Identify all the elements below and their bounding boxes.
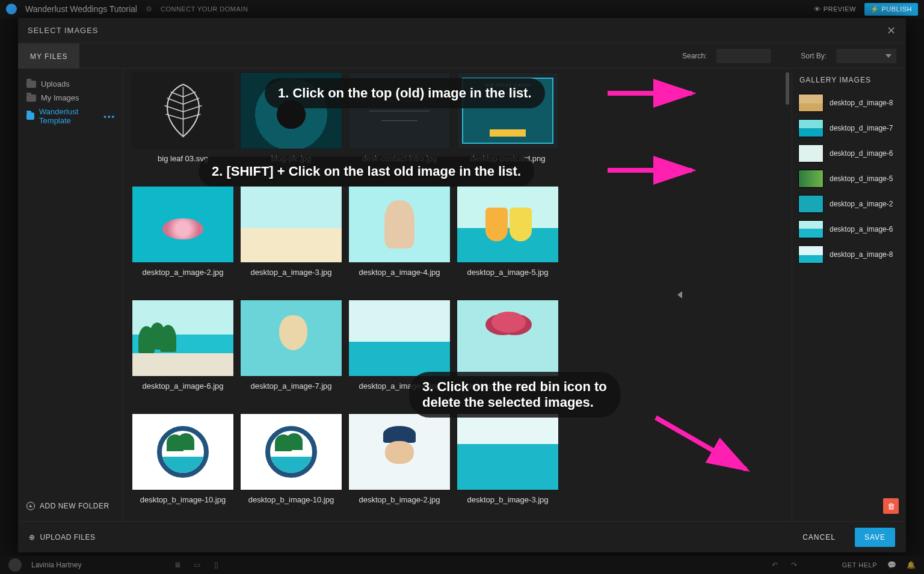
gallery-item[interactable]: desktop_d_image-5	[792, 166, 906, 191]
gallery-item-name: desktop_a_image-8	[830, 250, 893, 259]
image-tile[interactable]: big leaf 03.svg	[132, 72, 234, 163]
image-thumbnail	[348, 413, 451, 490]
gallery-item[interactable]: desktop_d_image-7	[792, 116, 906, 141]
save-button[interactable]: SAVE	[855, 528, 895, 547]
gallery-panel: GALLERY IMAGES desktop_d_image-8desktop_…	[792, 69, 906, 521]
close-icon[interactable]: ✕	[887, 24, 896, 37]
image-thumbnail	[457, 186, 559, 263]
image-tile[interactable]: desktop_a_image-8.jpg	[348, 300, 451, 390]
image-caption: desk-contact-intro.jpg	[362, 154, 437, 163]
gallery-item[interactable]: desktop_d_image-8	[792, 90, 906, 116]
gallery-item-name: desktop_d_image-6	[830, 149, 893, 158]
eye-icon: 👁	[814, 5, 821, 13]
image-grid-scroll[interactable]: big leaf 03.svgblog-pic.jpgdesk-contact-…	[128, 69, 792, 521]
folder-label: Wanderlust Template	[39, 107, 99, 125]
filter-row: MY FILES Search: Sort By:	[18, 43, 906, 69]
avatar[interactable]	[8, 558, 22, 572]
select-images-modal: SELECT IMAGES ✕ MY FILES Search: Sort By…	[18, 18, 906, 552]
publish-button[interactable]: ⚡PUBLISH	[864, 3, 918, 16]
redo-icon[interactable]: ↷	[789, 560, 799, 570]
image-tile[interactable]: VIP POST CARDdesktop-postcard.png	[457, 72, 559, 163]
image-caption: blog-pic.jpg	[271, 154, 312, 163]
gallery-item[interactable]: desktop_a_image-8	[792, 242, 906, 267]
gallery-thumbnail	[798, 170, 824, 188]
chevron-down-icon	[886, 54, 892, 58]
image-tile[interactable]: desktop_b_image-10.jpg	[240, 413, 342, 504]
image-caption: desktop_a_image-5.jpg	[467, 268, 548, 277]
image-tile[interactable]: desktop_a_image-9.jpg	[457, 300, 559, 390]
gallery-item[interactable]: desktop_a_image-2	[792, 191, 906, 217]
image-tile[interactable]: desk-contact-intro.jpg	[348, 72, 451, 163]
folder-my-images[interactable]: My Images	[24, 91, 118, 105]
image-thumbnail	[132, 413, 234, 490]
image-tile[interactable]: desktop_b_image-10.jpg	[132, 413, 234, 504]
gallery-item-name: desktop_d_image-7	[830, 124, 893, 132]
scrollbar-thumb[interactable]	[786, 72, 789, 105]
image-caption: big leaf 03.svg	[158, 154, 208, 163]
image-thumbnail	[348, 72, 451, 149]
device-tablet-icon[interactable]: ▭	[192, 560, 202, 570]
gallery-thumbnail	[798, 245, 824, 264]
cancel-button[interactable]: CANCEL	[794, 528, 844, 547]
image-tile[interactable]: desktop_b_image-2.jpg	[348, 413, 451, 504]
image-caption: desktop_a_image-8.jpg	[359, 381, 440, 390]
gallery-item-name: desktop_d_image-8	[830, 99, 893, 107]
search-input[interactable]	[716, 49, 771, 63]
image-tile[interactable]: blog-pic.jpg	[240, 72, 342, 163]
image-caption: desktop_a_image-7.jpg	[250, 381, 331, 390]
image-caption: desktop_b_image-3.jpg	[467, 495, 548, 504]
gallery-item-name: desktop_a_image-6	[830, 225, 893, 233]
tab-my-files[interactable]: MY FILES	[18, 43, 79, 69]
image-tile[interactable]: desktop_a_image-5.jpg	[457, 186, 559, 277]
gallery-thumbnail	[798, 195, 824, 213]
get-help-link[interactable]: GET HELP	[842, 561, 877, 569]
image-tile[interactable]: desktop_a_image-4.jpg	[348, 186, 451, 277]
user-name[interactable]: Lavinia Hartney	[31, 561, 81, 569]
undo-icon[interactable]: ↶	[770, 560, 780, 570]
gallery-thumbnail	[798, 94, 824, 112]
status-bar: Lavinia Hartney 🖥 ▭ ▯ ↶ ↷ GET HELP 💬 🔔	[0, 556, 924, 574]
preview-button[interactable]: 👁PREVIEW	[814, 5, 856, 13]
image-tile[interactable]: desktop_b_image-3.jpg	[457, 413, 559, 504]
folder-menu-icon[interactable]: •••	[103, 112, 116, 121]
image-caption: desktop-postcard.png	[470, 154, 545, 163]
device-desktop-icon[interactable]: 🖥	[173, 560, 182, 570]
upload-files-button[interactable]: ⊕ UPLOAD FILES	[29, 533, 96, 542]
collapse-right-icon[interactable]	[677, 291, 682, 298]
gallery-item[interactable]: desktop_a_image-6	[792, 217, 906, 242]
image-tile[interactable]: desktop_a_image-3.jpg	[240, 186, 342, 277]
folder-tree: Uploads My Images Wanderlust Template ••…	[18, 69, 123, 521]
image-tile[interactable]: desktop_a_image-7.jpg	[240, 300, 342, 390]
folder-label: Uploads	[41, 79, 70, 88]
gallery-thumbnail	[798, 144, 824, 162]
image-thumbnail: VIP POST CARD	[457, 72, 559, 149]
image-caption: desktop_a_image-2.jpg	[142, 268, 223, 277]
gallery-header: GALLERY IMAGES	[792, 69, 906, 90]
folder-icon	[26, 94, 36, 102]
sortby-label: Sort By:	[801, 52, 827, 60]
image-thumbnail	[348, 186, 451, 263]
gallery-item-name: desktop_a_image-2	[830, 200, 893, 208]
image-tile[interactable]: desktop_a_image-6.jpg	[132, 300, 234, 390]
app-topbar: Wanderlust Weddings Tutorial ⚙ CONNECT Y…	[0, 0, 924, 18]
gallery-thumbnail	[798, 220, 824, 238]
folder-icon	[26, 81, 36, 88]
gallery-item[interactable]: desktop_d_image-6	[792, 141, 906, 166]
modal-title: SELECT IMAGES	[28, 26, 99, 35]
plus-circle-icon: +	[26, 502, 35, 510]
image-caption: desktop_b_image-10.jpg	[248, 495, 334, 504]
sortby-select[interactable]	[836, 49, 896, 63]
folder-uploads[interactable]: Uploads	[24, 77, 118, 91]
device-mobile-icon[interactable]: ▯	[211, 560, 221, 570]
image-thumbnail	[132, 72, 234, 149]
notification-icon[interactable]: 🔔	[906, 560, 916, 570]
folder-wanderlust[interactable]: Wanderlust Template •••	[24, 105, 118, 128]
chat-icon[interactable]: 💬	[887, 560, 896, 570]
delete-button[interactable]: 🗑	[883, 498, 899, 514]
upload-icon: ⊕	[29, 533, 35, 542]
add-new-folder-button[interactable]: + ADD NEW FOLDER	[24, 497, 118, 515]
bolt-icon: ⚡	[870, 5, 879, 13]
image-tile[interactable]: desktop_a_image-2.jpg	[132, 186, 234, 277]
gear-icon: ⚙	[146, 5, 152, 13]
connect-domain-link[interactable]: CONNECT YOUR DOMAIN	[161, 5, 248, 13]
